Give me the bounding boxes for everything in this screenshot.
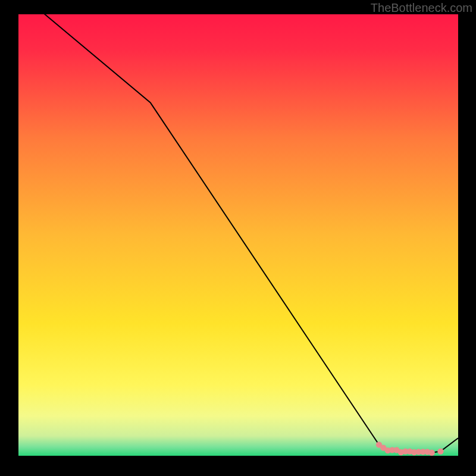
chart-marker	[428, 450, 434, 456]
watermark-text: TheBottleneck.com	[371, 1, 472, 15]
chart-area	[18, 14, 458, 456]
chart-marker	[437, 448, 443, 454]
chart-svg	[18, 14, 458, 456]
